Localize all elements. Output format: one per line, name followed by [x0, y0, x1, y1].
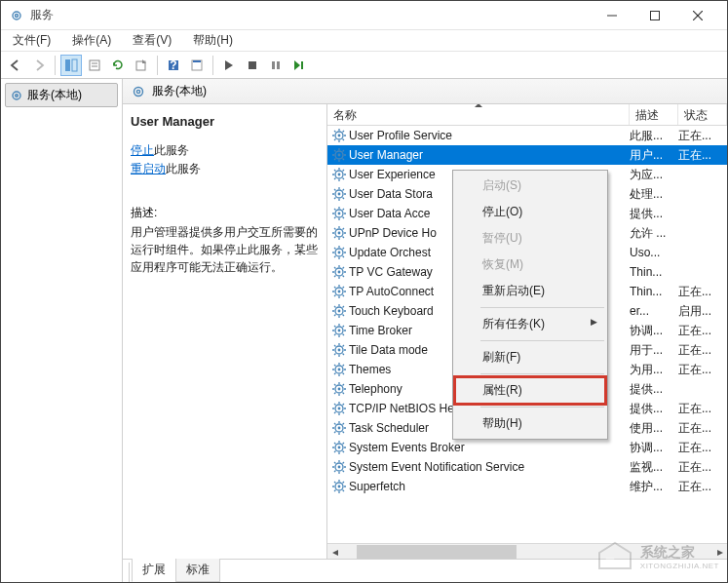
- pause-service-button[interactable]: [265, 55, 287, 76]
- column-header-name[interactable]: 名称: [327, 104, 630, 125]
- column-header-status[interactable]: 状态: [678, 104, 727, 125]
- svg-line-121: [343, 315, 345, 317]
- svg-line-140: [334, 345, 336, 347]
- service-desc: 监视...: [630, 459, 678, 476]
- detail-pane: User Manager 停止此服务 重启动此服务 描述: 用户管理器提供多用户…: [123, 104, 327, 559]
- detail-restart-line: 重启动此服务: [131, 161, 319, 177]
- svg-line-162: [334, 393, 336, 395]
- horizontal-scrollbar[interactable]: ◂ ▸: [327, 543, 727, 559]
- toolbar-separator: [55, 56, 56, 75]
- maximize-button[interactable]: [633, 1, 676, 30]
- back-button[interactable]: [5, 55, 26, 76]
- svg-line-83: [343, 228, 345, 230]
- content-pane: 服务(本地) User Manager 停止此服务 重启动此服务 描述: 用户管…: [123, 79, 727, 582]
- tab-separator: [129, 563, 130, 582]
- close-button[interactable]: [676, 1, 719, 30]
- column-header-description[interactable]: 描述: [630, 104, 678, 125]
- services-app-icon: [9, 8, 24, 23]
- svg-line-102: [334, 276, 336, 278]
- svg-point-1: [16, 14, 19, 17]
- scrollbar-thumb[interactable]: [357, 545, 517, 559]
- refresh-toolbar-button[interactable]: [107, 55, 129, 76]
- svg-point-75: [338, 232, 341, 235]
- service-row[interactable]: User Profile Service此服...正在...: [327, 126, 727, 145]
- svg-rect-16: [249, 61, 256, 69]
- svg-line-210: [334, 482, 336, 484]
- forward-button[interactable]: [28, 55, 50, 76]
- help-toolbar-button[interactable]: ?: [163, 55, 184, 76]
- svg-line-43: [343, 150, 345, 152]
- stop-service-button[interactable]: [242, 55, 263, 76]
- toolbar-separator: [157, 56, 158, 75]
- menubar: 文件(F) 操作(A) 查看(V) 帮助(H): [1, 30, 727, 52]
- svg-point-95: [338, 271, 341, 274]
- svg-line-193: [343, 443, 345, 445]
- service-row[interactable]: System Events Broker协调...正在...: [327, 438, 727, 457]
- content-header: 服务(本地): [123, 79, 727, 104]
- ctx-properties[interactable]: 属性(R): [455, 377, 605, 404]
- ctx-stop[interactable]: 停止(O): [455, 199, 605, 225]
- svg-point-135: [338, 349, 341, 352]
- svg-line-160: [334, 384, 336, 386]
- stop-service-link[interactable]: 停止: [131, 143, 154, 157]
- scroll-left-arrow[interactable]: ◂: [327, 545, 342, 559]
- service-row[interactable]: System Event Notification Service监视...正在…: [327, 457, 727, 477]
- restart-service-link[interactable]: 重启动: [131, 162, 166, 175]
- service-desc: Thin...: [630, 285, 678, 298]
- svg-line-141: [343, 354, 345, 356]
- service-status: 启用...: [678, 303, 727, 320]
- svg-line-133: [343, 326, 345, 328]
- svg-rect-19: [301, 61, 303, 69]
- svg-line-182: [334, 432, 336, 434]
- content-body: User Manager 停止此服务 重启动此服务 描述: 用户管理器提供多用户…: [123, 104, 727, 559]
- restart-service-button[interactable]: [288, 55, 310, 76]
- tab-extended[interactable]: 扩展: [132, 559, 176, 582]
- ctx-separator: [480, 307, 604, 308]
- service-status: 正在...: [678, 362, 727, 378]
- service-status: 正在...: [678, 440, 727, 456]
- minimize-button[interactable]: [591, 1, 633, 30]
- detail-description-label: 描述:: [131, 205, 319, 221]
- svg-line-202: [334, 471, 336, 473]
- ctx-all-tasks[interactable]: 所有任务(K): [455, 311, 605, 337]
- tab-standard[interactable]: 标准: [175, 559, 220, 582]
- ctx-restart[interactable]: 重新启动(E): [455, 278, 605, 304]
- service-row[interactable]: Superfetch维护...正在...: [327, 477, 727, 496]
- svg-rect-7: [72, 59, 77, 71]
- menu-file[interactable]: 文件(F): [7, 30, 57, 51]
- menu-help[interactable]: 帮助(H): [187, 30, 239, 51]
- start-service-button[interactable]: [218, 55, 240, 76]
- service-desc: 允许 ...: [630, 225, 678, 242]
- menu-view[interactable]: 查看(V): [127, 30, 177, 51]
- ctx-separator: [480, 407, 604, 408]
- properties-toolbar-button[interactable]: [84, 55, 105, 76]
- service-name: Superfetch: [349, 480, 630, 493]
- export-list-button[interactable]: [131, 55, 152, 76]
- svg-line-52: [334, 178, 336, 180]
- svg-rect-6: [65, 59, 70, 71]
- svg-line-71: [343, 217, 345, 219]
- ctx-resume: 恢复(M): [455, 252, 605, 278]
- service-status: 正在...: [678, 128, 727, 144]
- svg-line-113: [343, 287, 345, 289]
- svg-line-142: [334, 354, 336, 356]
- ctx-refresh[interactable]: 刷新(F): [455, 344, 605, 370]
- svg-point-20: [13, 92, 20, 99]
- svg-line-181: [343, 432, 345, 434]
- svg-line-63: [343, 189, 345, 191]
- show-hide-tree-button[interactable]: [60, 55, 82, 76]
- svg-line-33: [343, 131, 345, 133]
- svg-point-195: [338, 466, 341, 469]
- options-toolbar-button[interactable]: [186, 55, 208, 76]
- svg-point-35: [338, 154, 341, 157]
- scroll-right-arrow[interactable]: ▸: [712, 545, 727, 559]
- svg-line-60: [334, 189, 336, 191]
- ctx-help[interactable]: 帮助(H): [455, 410, 605, 437]
- service-row[interactable]: User Manager用户...正在...: [327, 145, 727, 165]
- service-desc: 提供...: [630, 401, 678, 417]
- content-header-title: 服务(本地): [152, 83, 207, 99]
- svg-point-21: [16, 94, 19, 97]
- nav-item-local-services[interactable]: 服务(本地): [5, 83, 118, 107]
- svg-line-73: [343, 209, 345, 211]
- menu-action[interactable]: 操作(A): [66, 30, 117, 51]
